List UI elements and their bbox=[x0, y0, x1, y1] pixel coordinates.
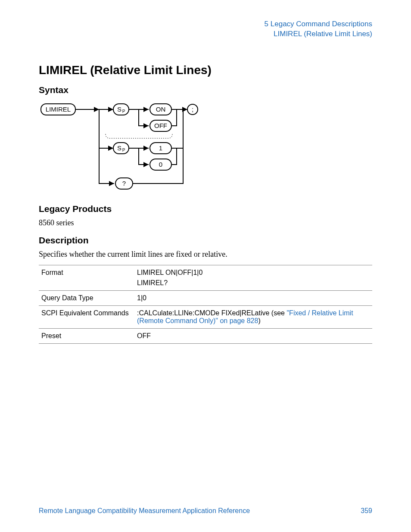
row-value: LIMIREL ON|OFF|1|0 LIMIREL? bbox=[134, 265, 372, 290]
row-label: Preset bbox=[39, 328, 134, 343]
header-chapter: 5 Legacy Command Descriptions bbox=[39, 19, 372, 29]
description-body: Specifies whether the current limit line… bbox=[39, 250, 372, 259]
value-line: LIMIREL ON|OFF|1|0 bbox=[137, 269, 202, 276]
table-row: SCPI Equivalent Commands :CALCulate:LLIN… bbox=[39, 305, 372, 328]
syntax-svg: LIMIREL S P ON OFF ; bbox=[39, 100, 198, 194]
section-description: Description bbox=[39, 235, 372, 246]
row-label: Query Data Type bbox=[39, 290, 134, 305]
diagram-cmd: LIMIREL bbox=[46, 106, 71, 113]
row-label: SCPI Equivalent Commands bbox=[39, 305, 134, 328]
running-header: 5 Legacy Command Descriptions LIMIREL (R… bbox=[39, 19, 372, 39]
spec-table: Format LIMIREL ON|OFF|1|0 LIMIREL? Query… bbox=[39, 265, 372, 344]
diagram-on: ON bbox=[156, 106, 166, 113]
row-value: :CALCulate:LLINe:CMODe FIXed|RELative (s… bbox=[134, 305, 372, 328]
footer-page-number: 359 bbox=[361, 507, 372, 515]
footer-doc-title: Remote Language Compatibility Measuremen… bbox=[39, 507, 250, 514]
value-suffix: ) bbox=[258, 317, 260, 324]
diagram-one: 1 bbox=[159, 144, 162, 152]
diagram-zero: 0 bbox=[159, 161, 162, 168]
table-row: Query Data Type 1|0 bbox=[39, 290, 372, 305]
page-title: LIMIREL (Relative Limit Lines) bbox=[39, 63, 372, 77]
table-row: Format LIMIREL ON|OFF|1|0 LIMIREL? bbox=[39, 265, 372, 290]
page: 5 Legacy Command Descriptions LIMIREL (R… bbox=[0, 0, 411, 532]
value-line: LIMIREL? bbox=[137, 279, 370, 287]
header-topic: LIMIREL (Relative Limit Lines) bbox=[39, 29, 372, 39]
section-legacy-products: Legacy Products bbox=[39, 204, 372, 214]
section-syntax: Syntax bbox=[39, 85, 372, 95]
diagram-query: ? bbox=[122, 180, 126, 187]
legacy-products-body: 8560 series bbox=[39, 218, 372, 227]
row-value: 1|0 bbox=[134, 290, 372, 305]
diagram-sp2-sub: P bbox=[122, 148, 125, 152]
page-footer: Remote Language Compatibility Measuremen… bbox=[39, 507, 372, 515]
table-row: Preset OFF bbox=[39, 328, 372, 343]
syntax-diagram: LIMIREL S P ON OFF ; bbox=[39, 100, 372, 196]
diagram-term: ; bbox=[192, 106, 193, 113]
diagram-sp1: S bbox=[117, 106, 121, 113]
diagram-sp1-sub: P bbox=[122, 109, 125, 114]
diagram-off: OFF bbox=[154, 122, 167, 129]
row-label: Format bbox=[39, 265, 134, 290]
row-value: OFF bbox=[134, 328, 372, 343]
diagram-sp2: S bbox=[117, 144, 121, 152]
value-prefix: :CALCulate:LLINe:CMODe FIXed|RELative (s… bbox=[137, 309, 286, 317]
